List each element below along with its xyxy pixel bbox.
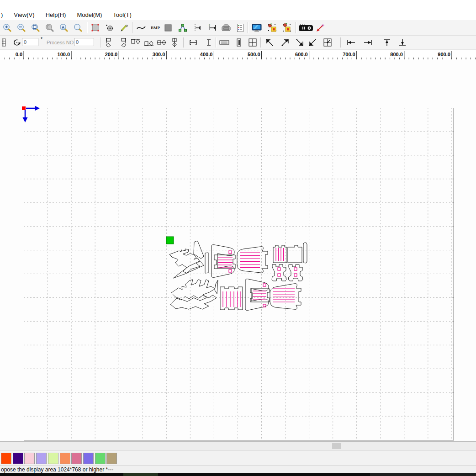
zoom-selection-button[interactable] (43, 21, 56, 34)
palette-swatch-3[interactable] (36, 453, 47, 464)
menu-bar: )View(V)Help(H)Model(M)Tool(T) (0, 0, 476, 21)
zoom-page-button[interactable] (29, 21, 42, 34)
distribute-h-button[interactable] (187, 37, 199, 48)
align-right-button[interactable] (117, 37, 129, 48)
offset-right-icon: x (207, 23, 217, 33)
ruler-label-200.0: 200.0 (105, 52, 118, 57)
drawing-canvas[interactable] (0, 60, 476, 441)
pen-icon (119, 23, 129, 33)
process-no-label: Process NO: (47, 40, 75, 45)
zoom-view-button[interactable] (72, 21, 85, 34)
ruler-label-900.0: 900.0 (438, 52, 450, 57)
palette-swatch-5[interactable] (60, 453, 70, 464)
menu-item-0[interactable]: ) (1, 11, 3, 18)
menu-item-1[interactable]: View(V) (14, 11, 34, 18)
palette-swatch-4[interactable] (48, 453, 58, 464)
palette-swatch-0[interactable] (1, 453, 11, 464)
select-rect-icon (90, 23, 100, 33)
part-bar (205, 253, 208, 273)
same-height-button[interactable] (233, 37, 245, 48)
ruler-label-300.0: 300.0 (153, 52, 165, 57)
palette-swatch-1[interactable] (13, 453, 23, 464)
align-right-icon (117, 37, 128, 48)
laser-device-button[interactable] (298, 21, 314, 34)
part-spike (215, 280, 218, 294)
preview-display-button[interactable] (250, 21, 263, 34)
partial-grid-button[interactable] (0, 37, 7, 48)
offset-left-button[interactable] (191, 21, 204, 34)
move-right-button[interactable] (362, 37, 374, 48)
move-to-bottom-right-button[interactable] (293, 37, 305, 48)
align-center-h-button[interactable] (156, 37, 168, 48)
align-top-button[interactable] (130, 37, 142, 48)
laser-pointer-button[interactable] (314, 21, 327, 34)
task-list-button[interactable] (234, 21, 247, 34)
toolbar-separator (132, 22, 132, 33)
bmp-label: BMP (151, 26, 160, 30)
scrollbar-thumb[interactable] (332, 443, 341, 449)
horizontal-scrollbar[interactable] (0, 441, 476, 451)
select-button[interactable] (89, 21, 102, 34)
align-center-v-icon (169, 37, 180, 48)
align-bottom-button[interactable] (143, 37, 155, 48)
monitor-icon (251, 23, 262, 33)
menu-item-3[interactable]: Model(M) (77, 11, 102, 18)
zoom-in-button[interactable] (1, 21, 14, 34)
menu-item-4[interactable]: Tool(T) (113, 11, 131, 18)
rotate-button[interactable] (11, 37, 23, 48)
palette-swatch-7[interactable] (83, 453, 94, 464)
pen-draw-button[interactable] (117, 21, 130, 34)
ruler-label-0.0: 0.0 (16, 52, 22, 57)
palette-swatch-2[interactable] (24, 453, 35, 464)
toolbar-separator (100, 37, 100, 48)
move-to-center-button[interactable] (322, 37, 334, 48)
zoom-out-button[interactable] (15, 21, 28, 34)
move-down-button[interactable] (397, 37, 408, 48)
center-target-icon (323, 37, 333, 48)
anchor-marker[interactable] (166, 237, 174, 244)
move-to-top-right-button[interactable] (279, 37, 291, 48)
ruler-label-100.0: 100.0 (58, 52, 70, 57)
horizontal-ruler: 0.0100.0200.0300.0400.0500.0600.0700.080… (0, 49, 476, 61)
fill-rect-button[interactable] (162, 21, 175, 34)
ruler-ticks: 0.0100.0200.0300.0400.0500.0600.0700.080… (0, 50, 476, 59)
array-copy-icon (267, 22, 278, 33)
arrow-left-bar-icon (345, 37, 357, 48)
array-copy-2-button[interactable] (280, 21, 293, 34)
machine-output-button[interactable] (220, 21, 233, 34)
array-copy-button[interactable] (266, 21, 279, 34)
corner-bottom-left-icon (307, 37, 318, 48)
move-to-bottom-left-button[interactable] (307, 37, 319, 48)
palette-swatch-9[interactable] (106, 453, 117, 464)
ruler-label-600.0: 600.0 (295, 52, 308, 57)
move-to-top-left-button[interactable] (264, 37, 276, 48)
taskbar-edge (0, 473, 476, 476)
offset-right-button[interactable]: x (206, 21, 218, 34)
move-left-button[interactable] (345, 37, 357, 48)
offset-left-icon (192, 23, 202, 33)
same-size-button[interactable] (247, 37, 259, 48)
toolbar-separator (260, 37, 261, 48)
palette-swatch-8[interactable] (95, 453, 106, 464)
align-center-v-button[interactable] (169, 37, 180, 48)
ruler-label-800.0: 800.0 (390, 52, 403, 57)
corner-top-right-icon (279, 37, 290, 48)
taskbar-segment (123, 473, 158, 476)
work-area[interactable] (0, 60, 476, 441)
part-wing (173, 261, 204, 278)
move-up-button[interactable] (381, 37, 393, 48)
zoom-all-button[interactable]: A (58, 21, 70, 34)
same-width-button[interactable] (218, 37, 230, 48)
curve-tool-button[interactable] (135, 21, 148, 34)
menu-item-2[interactable]: Help(H) (46, 11, 66, 18)
degree-symbol: ° (41, 37, 42, 42)
palette-swatch-6[interactable] (71, 453, 82, 464)
rotate-angle-input[interactable] (22, 38, 38, 46)
process-no-input[interactable] (74, 38, 94, 46)
bmp-tool-button[interactable]: BMP (148, 21, 163, 34)
distribute-v-button[interactable] (203, 37, 215, 48)
align-left-button[interactable] (104, 37, 116, 48)
node-edit-button[interactable] (103, 21, 116, 34)
part-leg (288, 264, 303, 281)
node-tree-button[interactable] (176, 21, 189, 34)
